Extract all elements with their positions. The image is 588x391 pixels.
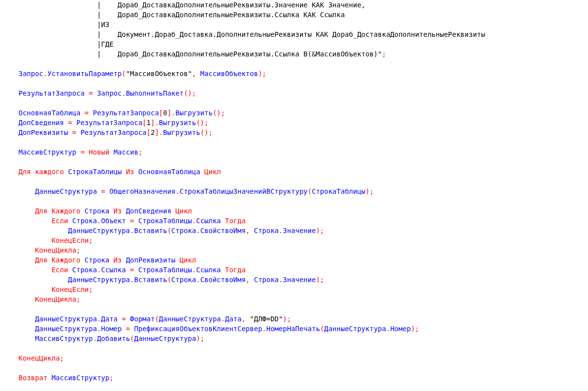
paren-close: ): [366, 187, 369, 195]
property: Номер: [101, 325, 122, 333]
equals: =: [122, 325, 134, 333]
type: Массив: [114, 148, 139, 156]
paren-open: (: [122, 70, 125, 78]
bracket-close-dot: ].: [167, 109, 175, 117]
semicolon: ;: [76, 246, 80, 254]
property: Ссылка: [196, 217, 221, 225]
paren-open: (: [167, 276, 171, 284]
semicolon: ;: [320, 276, 324, 284]
semicolon: ;: [76, 295, 80, 303]
equals: =: [68, 129, 80, 136]
iterator: Строка: [85, 207, 110, 215]
identifier: ДопСведения: [19, 119, 64, 127]
semicolon: ;: [369, 187, 373, 195]
identifier: МассивСтруктур: [51, 374, 109, 382]
method: ВыполнитьПакет: [126, 89, 184, 97]
dot: .: [192, 266, 196, 274]
semicolon: ;: [89, 286, 93, 293]
equals: =: [76, 148, 89, 156]
comma: ,: [245, 227, 254, 235]
identifier: СтрокаТаблицы: [138, 266, 192, 274]
keyword-each: Каждого: [48, 256, 85, 264]
dot: .: [262, 325, 266, 333]
sql-text: |ИЗ: [97, 21, 109, 28]
property: Значение: [283, 276, 316, 284]
method: Вставить: [134, 276, 167, 284]
keyword-for: Для: [19, 168, 31, 176]
iterator: СтрокаТаблицы: [68, 168, 122, 176]
keyword-endif: КонецЕсли: [51, 286, 89, 293]
method: НомерНаПечать: [267, 325, 320, 333]
identifier: РезультатЗапроса: [93, 109, 159, 117]
keyword-return: Возврат: [19, 374, 48, 382]
property: Дата: [101, 315, 118, 323]
dot: .: [93, 335, 97, 342]
identifier: Строка: [254, 227, 279, 235]
bracket-close-dot: ].: [155, 129, 163, 136]
keyword-for: Для: [35, 207, 47, 215]
keyword-each: Каждого: [48, 207, 85, 215]
argument: ДанныеСтруктура: [134, 335, 196, 342]
property: Ссылка: [101, 266, 126, 274]
bracket: [: [143, 119, 147, 127]
property: Ссылка: [196, 266, 221, 274]
identifier: ОсновнаяТаблица: [19, 109, 80, 117]
string-literal: "МассивОбъектов": [126, 70, 192, 78]
bracket-close-dot: ].: [150, 119, 159, 127]
identifier: Запрос: [19, 70, 44, 78]
identifier: Строка: [72, 266, 97, 274]
keyword-do: Цикл: [175, 256, 196, 264]
dot: .: [130, 276, 134, 284]
sql-text: | Дораб_ДоставкаДополнительныеРеквизиты.…: [97, 1, 366, 9]
sql-text: |ГДЕ: [97, 40, 114, 48]
identifier: МассивСтруктур: [35, 335, 93, 342]
identifier: Строка: [172, 227, 196, 235]
argument: СтрокаТаблицы: [312, 187, 366, 195]
semicolon: ;: [109, 374, 113, 382]
space: [109, 148, 113, 156]
code-editor[interactable]: | Дораб_ДоставкаДополнительныеРеквизиты.…: [0, 0, 588, 391]
paren-close: ): [258, 70, 262, 78]
sql-text: | Документ.Дораб_Доставка.Дополнительные…: [97, 30, 485, 38]
identifier: РезультатЗапроса: [76, 119, 143, 127]
identifier: СтрокаТаблицы: [138, 217, 192, 225]
parens: (): [213, 109, 221, 117]
dot: .: [221, 315, 225, 323]
semicolon: ;: [200, 335, 204, 342]
identifier: ДопРеквизиты: [19, 129, 68, 136]
identifier: Строка: [72, 217, 97, 225]
method: УстановитьПараметр: [48, 70, 122, 78]
identifier: Строка: [172, 276, 196, 284]
sql-text: | Дораб_ДоставкаДополнительныеРеквизиты.…: [97, 11, 345, 19]
keyword-do: Цикл: [200, 168, 221, 176]
keyword-new: Новый: [89, 148, 109, 156]
iterator: Строка: [85, 256, 110, 264]
keyword-endloop: КонецЦикла: [19, 354, 60, 362]
equals: =: [97, 187, 109, 195]
space: [48, 374, 51, 382]
keyword-if: Если: [51, 217, 68, 225]
semicolon: ;: [89, 236, 93, 244]
keyword-each: каждого: [31, 168, 68, 176]
identifier: ДанныеСтруктура: [35, 315, 97, 323]
identifier: ДанныеСтруктура: [35, 325, 97, 333]
paren-close: ): [316, 276, 320, 284]
semicolon: ;: [208, 129, 212, 136]
semicolon: ;: [287, 315, 291, 323]
comma: ,: [192, 70, 200, 78]
property: СвойствоИмя: [200, 276, 246, 284]
keyword-do: Цикл: [172, 207, 192, 215]
identifier: ДанныеСтруктура: [159, 315, 220, 323]
method: Выгрузить: [175, 109, 213, 117]
index: 2: [150, 129, 154, 136]
identifier: МассивСтруктур: [19, 148, 76, 156]
property: Дата: [225, 315, 242, 323]
keyword-in: Из: [109, 207, 126, 215]
paren-open: (: [308, 187, 312, 195]
equals: =: [85, 89, 97, 97]
paren-close: ): [283, 315, 287, 323]
identifier: ДанныеСтруктура: [35, 187, 97, 195]
identifier: ДанныеСтруктура: [68, 276, 130, 284]
keyword-if: Если: [51, 266, 68, 274]
paren-close: ): [196, 335, 200, 342]
